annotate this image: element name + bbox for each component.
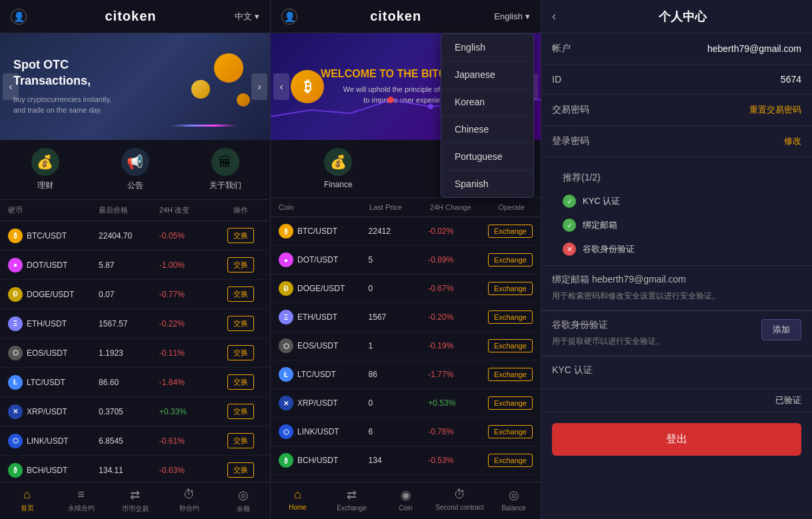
reset-trade-password-link[interactable]: 重置交易密码 <box>749 104 801 116</box>
email-check-icon: ✓ <box>563 219 576 232</box>
left-nav-home[interactable]: ⌂ 首页 <box>0 488 54 516</box>
table-row: ⬡LINK/USDT 6 -0.76% Exchange <box>271 418 541 446</box>
add-google-auth-button[interactable]: 添加 <box>761 319 801 340</box>
middle-quick-finance[interactable]: 💰 Finance <box>271 148 406 189</box>
left-coin-table: ₿BTC/USDT 22404.70 -0.05% 交换 ●DOT/USDT 5… <box>0 221 270 482</box>
kyc-check-icon: ✓ <box>563 195 576 208</box>
left-coin-link: ⬡LINK/USDT <box>8 434 99 448</box>
left-coin-ltc: ŁLTC/USDT <box>8 375 99 390</box>
mid-btc-icon: ₿ <box>279 224 293 239</box>
left-quick-finance[interactable]: 💰 理财 <box>0 148 90 191</box>
language-dropdown: English Japanese Korean Chinese Portugue… <box>441 33 534 198</box>
logout-button[interactable]: 登出 <box>552 423 801 456</box>
left-btc-exchange[interactable]: 交换 <box>227 228 254 243</box>
modify-password-link[interactable]: 修改 <box>784 135 801 147</box>
email-checklist-item: ✓ 绑定邮箱 <box>552 213 801 237</box>
lang-option-english[interactable]: English <box>441 34 533 61</box>
table-row: ŁLTC/USDT 86.60 -1.84% 交换 <box>0 368 270 397</box>
mid-btc-exchange[interactable]: Exchange <box>488 225 533 238</box>
mid-doge-exchange[interactable]: Exchange <box>488 282 533 295</box>
left-bch-exchange[interactable]: 交换 <box>227 462 254 478</box>
left-coin-eth: ΞETH/USDT <box>8 316 99 331</box>
ltc-icon: Ł <box>8 375 23 390</box>
left-nav-exchange[interactable]: ⇄ 币币交易 <box>108 488 162 516</box>
left-top-bar: 👤 citoken 中文 ▾ <box>0 0 270 33</box>
mid-dot-icon: ● <box>279 253 293 267</box>
mid-balance-icon: ◎ <box>509 488 519 502</box>
separator-4 <box>541 412 812 412</box>
mid-nav-balance[interactable]: ◎ Balance <box>487 488 541 516</box>
lang-option-spanish[interactable]: Spanish <box>441 171 533 197</box>
google-auth-section: 谷歌身份验证 用于提取硬币以进行安全验证。 添加 <box>541 311 812 356</box>
mid-finance-icon: 💰 <box>324 148 352 176</box>
left-dot-exchange[interactable]: 交换 <box>227 257 254 272</box>
mid-xrp-exchange[interactable]: Exchange <box>488 396 533 410</box>
left-lang-btn[interactable]: 中文 ▾ <box>235 11 259 23</box>
lang-option-chinese[interactable]: Chinese <box>441 116 533 143</box>
table-row: ÐDOGE/USDT 0 -0.67% Exchange <box>271 274 541 303</box>
mid-nav-exchange[interactable]: ⇄ Exchange <box>325 488 379 516</box>
left-link-exchange[interactable]: 交换 <box>227 433 254 448</box>
recommendations-title: 推荐(1/2) <box>552 164 801 189</box>
account-value: heberth79@gmail.com <box>707 43 801 54</box>
left-quick-announce[interactable]: 📢 公告 <box>90 148 180 191</box>
mid-link-exchange[interactable]: Exchange <box>488 425 533 438</box>
left-lang-arrow: ▾ <box>255 11 259 21</box>
left-lang-label: 中文 <box>235 11 252 23</box>
mid-dot-exchange[interactable]: Exchange <box>488 253 533 266</box>
left-coin-xrp: ✕XRP/USDT <box>8 404 99 419</box>
mid-nav-coin[interactable]: ◉ Coin <box>379 488 433 516</box>
mid-ltc-exchange[interactable]: Exchange <box>488 368 533 381</box>
mid-nav-second[interactable]: ⏱ Second contract <box>433 488 487 516</box>
left-header-coin: 硬币 <box>8 205 99 215</box>
left-ltc-exchange[interactable]: 交换 <box>227 374 254 390</box>
doge-icon: Ð <box>8 287 23 302</box>
account-label: 帐户 <box>552 43 571 55</box>
left-bottom-nav: ⌂ 首页 ≡ 永续合约 ⇄ 币币交易 ⏱ 秒合约 ◎ 余额 <box>0 482 270 519</box>
google-checklist-label: 谷歌身份验证 <box>583 243 635 255</box>
left-about-icon: 🏛 <box>211 148 239 176</box>
left-coin-dot: ●DOT/USDT <box>8 258 99 272</box>
left-finance-label: 理财 <box>37 180 53 191</box>
kyc-title: KYC 认证 <box>552 364 801 376</box>
link-icon: ⬡ <box>8 434 23 448</box>
left-banner-desc1: buy cryptocurrencies instantly, <box>13 95 111 103</box>
left-nav-second[interactable]: ⏱ 秒合约 <box>162 488 216 516</box>
email-binding-title: 绑定邮箱 heberth79@gmail.com <box>552 274 801 286</box>
middle-avatar[interactable]: 👤 <box>281 9 297 25</box>
left-xrp-exchange[interactable]: 交换 <box>227 404 254 419</box>
mid-bch-exchange[interactable]: Exchange <box>488 454 533 467</box>
id-value: 5674 <box>781 74 801 85</box>
lang-option-portuguese[interactable]: Portuguese <box>441 143 533 171</box>
left-banner-next[interactable]: › <box>251 73 267 100</box>
left-header-change: 24H 改变 <box>159 205 220 215</box>
lang-option-japanese[interactable]: Japanese <box>441 61 533 89</box>
left-banner-text: Spot OTC Transactions, buy cryptocurrenc… <box>13 57 111 116</box>
eth-icon: Ξ <box>8 316 23 331</box>
mid-eos-exchange[interactable]: Exchange <box>488 339 533 352</box>
left-banner-prev[interactable]: ‹ <box>3 73 19 100</box>
middle-lang-label: English <box>494 11 523 21</box>
mid-eth-exchange[interactable]: Exchange <box>488 310 533 324</box>
middle-top-bar: 👤 citoken English ▾ <box>271 0 541 33</box>
profile-row-trade-password: 交易密码 重置交易密码 <box>541 95 812 126</box>
mid-doge-icon: Ð <box>279 281 293 296</box>
left-eos-exchange[interactable]: 交换 <box>227 345 254 360</box>
right-panel: ‹ 个人中心 帐户 heberth79@gmail.com ID 5674 交易… <box>541 0 812 519</box>
left-about-label: 关于我们 <box>209 180 241 191</box>
left-nav-perpetual[interactable]: ≡ 永续合约 <box>54 488 108 516</box>
mid-bch-icon: ₿ <box>279 453 293 468</box>
back-arrow-icon[interactable]: ‹ <box>552 9 556 23</box>
table-row: ●DOT/USDT 5.87 -1.00% 交换 <box>0 251 270 280</box>
lang-option-korean[interactable]: Korean <box>441 89 533 116</box>
left-quick-about[interactable]: 🏛 关于我们 <box>180 148 270 191</box>
left-nav-balance[interactable]: ◎ 余额 <box>216 488 270 516</box>
second-icon: ⏱ <box>183 488 195 502</box>
mid-link-icon: ⬡ <box>279 424 293 439</box>
mid-nav-home[interactable]: ⌂ Home <box>271 488 325 516</box>
left-doge-exchange[interactable]: 交换 <box>227 286 254 302</box>
kyc-checklist-item: ✓ KYC 认证 <box>552 189 801 213</box>
middle-lang-btn[interactable]: English ▾ <box>494 11 530 21</box>
left-eth-exchange[interactable]: 交换 <box>227 316 254 331</box>
left-avatar[interactable]: 👤 <box>11 9 27 25</box>
